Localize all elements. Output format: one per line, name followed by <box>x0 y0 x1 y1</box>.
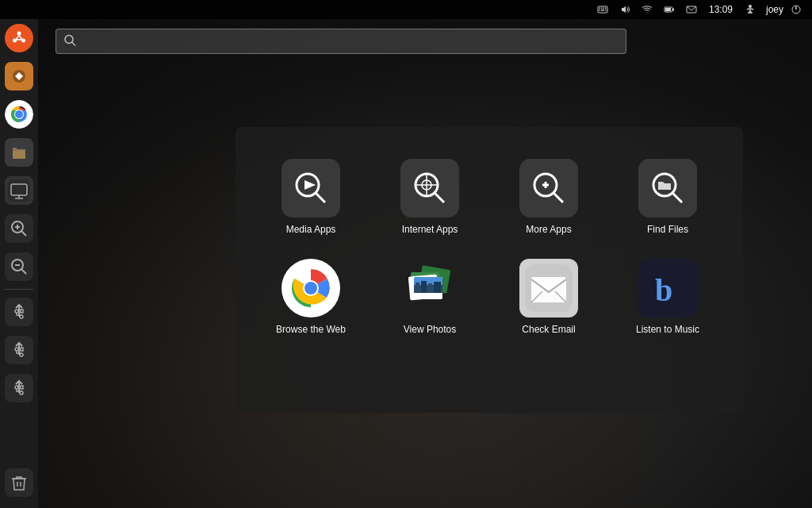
ubuntu-logo-icon <box>5 24 33 52</box>
svg-rect-79 <box>416 283 419 293</box>
sidebar-item-trash[interactable] <box>0 464 38 502</box>
sidebar-item-usb2[interactable] <box>0 331 38 369</box>
svg-rect-1 <box>599 8 600 10</box>
panel-clock[interactable]: 13:09 <box>709 4 733 15</box>
svg-point-47 <box>20 353 23 356</box>
view-photos-icon <box>400 259 459 318</box>
sidebar-item-software-center[interactable] <box>0 57 38 95</box>
svg-rect-10 <box>672 9 674 11</box>
sidebar-item-usb3[interactable] <box>0 369 38 407</box>
media-apps-icon <box>282 159 340 217</box>
svg-rect-6 <box>601 10 604 11</box>
search-container <box>56 29 630 54</box>
find-files-label: Find Files <box>647 224 688 235</box>
sidebar-item-home[interactable] <box>0 19 38 57</box>
browse-web-icon <box>282 259 340 318</box>
svg-point-42 <box>15 310 18 313</box>
check-email-icon <box>519 259 578 318</box>
search-input[interactable] <box>56 29 626 54</box>
dash-panel: Media Apps Internet Apps <box>236 127 743 413</box>
svg-rect-46 <box>21 348 23 351</box>
svg-rect-82 <box>434 282 441 293</box>
app-item-browse-web[interactable]: Browse the Web <box>259 251 362 343</box>
app-item-internet-apps[interactable]: Internet Apps <box>378 151 481 243</box>
app-item-view-photos[interactable]: View Photos <box>378 251 481 343</box>
sidebar-item-zoom-in[interactable] <box>0 210 38 248</box>
browse-web-label: Browse the Web <box>276 324 346 335</box>
svg-point-45 <box>15 348 18 351</box>
svg-point-13 <box>749 5 752 8</box>
listen-music-label: Listen to Music <box>636 324 699 335</box>
dash-overlay: Media Apps Internet Apps <box>174 64 804 476</box>
svg-text:b: b <box>655 272 672 308</box>
panel-username[interactable]: joey <box>766 4 783 15</box>
svg-line-69 <box>672 193 682 202</box>
internet-apps-icon <box>400 159 459 217</box>
svg-marker-58 <box>304 180 316 190</box>
svg-line-65 <box>553 193 563 202</box>
sidebar-divider-1 <box>5 289 33 290</box>
svg-line-40 <box>21 269 26 274</box>
listen-music-icon: b <box>638 259 697 318</box>
email-indicator[interactable] <box>684 2 699 17</box>
svg-rect-30 <box>13 151 25 159</box>
svg-rect-2 <box>601 8 603 10</box>
svg-rect-5 <box>599 10 600 11</box>
sidebar-item-zoom-out[interactable] <box>0 248 38 286</box>
more-apps-icon <box>519 159 578 217</box>
svg-line-60 <box>435 193 444 202</box>
svg-line-57 <box>316 193 325 202</box>
svg-point-54 <box>65 36 73 44</box>
sidebar-item-files[interactable] <box>0 133 38 171</box>
find-files-icon <box>638 159 697 217</box>
svg-line-36 <box>21 231 26 236</box>
svg-rect-3 <box>603 8 604 10</box>
sidebar-item-usb1[interactable] <box>0 293 38 331</box>
svg-rect-43 <box>21 310 23 313</box>
svg-rect-84 <box>531 277 566 302</box>
check-email-label: Check Email <box>522 324 575 335</box>
app-item-more-apps[interactable]: More Apps <box>497 151 600 243</box>
top-panel: 13:09 joey <box>0 0 812 19</box>
sidebar-item-screencast[interactable] <box>0 171 38 210</box>
app-item-media-apps[interactable]: Media Apps <box>259 151 362 243</box>
svg-point-28 <box>15 110 23 118</box>
keyboard-indicator[interactable] <box>595 2 611 17</box>
svg-point-48 <box>15 386 18 389</box>
internet-apps-label: Internet Apps <box>402 224 458 235</box>
media-apps-label: Media Apps <box>286 224 336 235</box>
svg-rect-4 <box>605 8 607 10</box>
wifi-indicator[interactable] <box>639 2 655 17</box>
app-item-check-email[interactable]: Check Email <box>497 251 600 343</box>
svg-rect-49 <box>21 386 23 389</box>
more-apps-label: More Apps <box>526 224 571 235</box>
svg-rect-7 <box>605 10 607 11</box>
svg-point-44 <box>20 315 23 318</box>
shutdown-indicator[interactable] <box>788 2 804 17</box>
app-item-listen-music[interactable]: b Listen to Music <box>616 251 719 343</box>
svg-marker-8 <box>622 6 626 13</box>
app-item-find-files[interactable]: Find Files <box>616 151 719 243</box>
svg-point-72 <box>304 282 317 294</box>
svg-rect-11 <box>665 8 671 11</box>
unity-launcher <box>0 19 38 508</box>
svg-rect-80 <box>421 281 427 293</box>
view-photos-label: View Photos <box>404 324 457 335</box>
accessibility-indicator[interactable] <box>742 2 758 17</box>
sound-indicator[interactable] <box>617 2 633 17</box>
svg-rect-81 <box>428 283 432 293</box>
power-indicator[interactable] <box>661 2 677 17</box>
app-grid: Media Apps Internet Apps <box>259 151 719 343</box>
search-icon <box>63 34 76 49</box>
svg-point-50 <box>20 391 23 394</box>
sidebar-item-chrome[interactable] <box>0 95 38 133</box>
svg-line-55 <box>72 43 75 46</box>
